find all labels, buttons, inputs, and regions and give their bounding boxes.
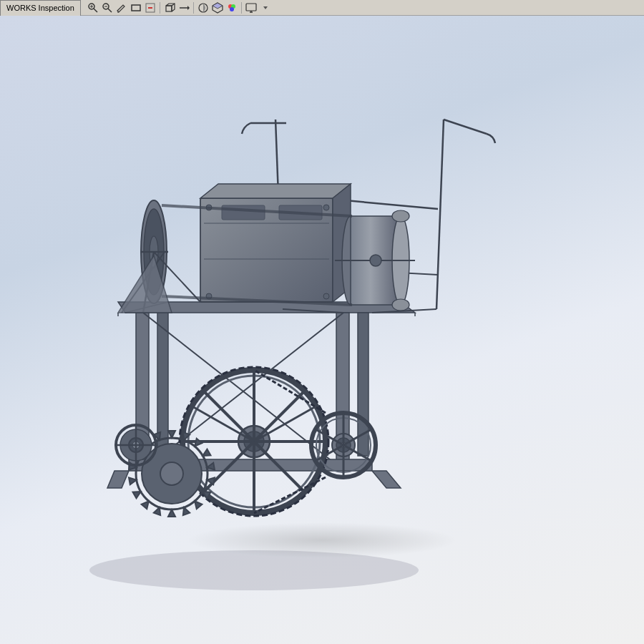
svg-line-5 — [108, 9, 112, 12]
svg-marker-110 — [168, 509, 175, 517]
toolbar-separator-1 — [160, 2, 160, 14]
svg-rect-8 — [132, 5, 140, 11]
toolbar — [84, 0, 275, 16]
svg-line-30 — [444, 119, 487, 134]
3d-model: .part { fill: #6b7280; stroke: #3d4451; … — [0, 16, 644, 644]
svg-marker-67 — [107, 471, 129, 488]
works-inspection-tab[interactable]: WORKS Inspection — [0, 0, 81, 16]
svg-line-29 — [436, 119, 444, 309]
arrow-icon[interactable] — [177, 1, 190, 14]
monitor-icon[interactable] — [245, 1, 258, 14]
svg-marker-19 — [213, 3, 223, 9]
top-bar: WORKS Inspection — [0, 0, 644, 16]
pencil-icon[interactable] — [115, 1, 128, 14]
svg-marker-26 — [263, 6, 268, 9]
svg-point-100 — [160, 462, 183, 485]
svg-rect-41 — [222, 205, 265, 220]
svg-point-53 — [370, 255, 381, 266]
material-icon[interactable] — [211, 1, 224, 14]
smart-dim-icon[interactable] — [144, 1, 157, 14]
svg-marker-101 — [168, 431, 175, 438]
svg-point-51 — [392, 299, 409, 311]
box-icon[interactable] — [163, 1, 176, 14]
rectangle-icon[interactable] — [130, 1, 142, 14]
display-style-icon[interactable] — [197, 1, 210, 14]
svg-marker-68 — [372, 471, 401, 488]
svg-point-22 — [230, 7, 234, 11]
svg-point-44 — [323, 205, 329, 210]
toolbar-separator-3 — [241, 2, 242, 14]
toolbar-separator-2 — [193, 2, 194, 14]
svg-point-50 — [392, 210, 409, 222]
color-icon[interactable] — [225, 1, 238, 14]
dropdown-icon[interactable] — [259, 1, 272, 14]
svg-point-46 — [323, 293, 329, 299]
svg-rect-23 — [246, 4, 256, 11]
zoom-in-icon[interactable] — [101, 1, 114, 14]
svg-marker-16 — [187, 6, 190, 10]
svg-rect-11 — [166, 6, 172, 11]
3d-viewport[interactable]: .part { fill: #6b7280; stroke: #3d4451; … — [0, 16, 644, 644]
zoom-area-icon[interactable] — [87, 1, 99, 14]
svg-line-1 — [94, 9, 97, 12]
svg-marker-37 — [200, 184, 351, 198]
svg-point-134 — [89, 550, 419, 590]
